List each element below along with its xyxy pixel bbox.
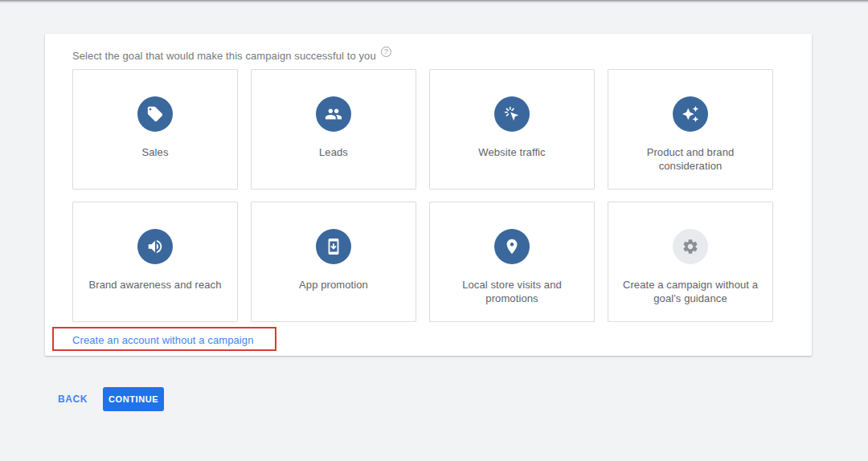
goal-tile-website-traffic[interactable]: Website traffic [429, 69, 595, 190]
tag-icon [137, 96, 173, 132]
goal-label: Product and brand consideration [608, 145, 772, 173]
goal-label: App promotion [286, 278, 381, 292]
speaker-icon [137, 229, 173, 264]
goal-tile-sales[interactable]: Sales [72, 69, 238, 190]
goal-label: Leads [306, 145, 361, 159]
footer-actions: BACK CONTINUE [50, 387, 164, 411]
people-icon [316, 96, 351, 132]
goal-label: Brand awareness and reach [76, 278, 234, 292]
goal-tile-app-promotion[interactable]: App promotion [251, 202, 416, 322]
window-top-edge [0, 0, 868, 3]
help-icon[interactable]: ? [381, 47, 391, 57]
account-link-row: Create an account without a campaign [72, 332, 253, 347]
goal-label: Create a campaign without a goal's guida… [608, 278, 772, 305]
goal-tile-local-store-visits[interactable]: Local store visits and promotions [429, 202, 595, 322]
create-account-without-campaign-link[interactable]: Create an account without a campaign [72, 334, 253, 346]
goal-selection-card: Select the goal that would make this cam… [45, 34, 812, 356]
instruction-text: Select the goal that would make this cam… [72, 50, 376, 62]
phone-download-icon [316, 229, 351, 264]
goal-label: Sales [129, 145, 181, 159]
continue-button[interactable]: CONTINUE [103, 387, 164, 411]
cursor-click-icon [494, 96, 530, 132]
goal-tile-brand-awareness[interactable]: Brand awareness and reach [72, 202, 238, 322]
goal-label: Website traffic [465, 145, 558, 159]
goal-tile-product-brand-consideration[interactable]: Product and brand consideration [608, 69, 773, 190]
instruction-row: Select the goal that would make this cam… [72, 50, 391, 62]
sparkles-icon [673, 96, 708, 132]
back-button[interactable]: BACK [50, 387, 96, 411]
gear-icon [673, 229, 708, 264]
goal-grid: Sales Leads W [72, 69, 773, 322]
goal-tile-no-goal-guidance[interactable]: Create a campaign without a goal's guida… [608, 202, 773, 322]
location-pin-icon [494, 229, 530, 264]
goal-tile-leads[interactable]: Leads [251, 69, 416, 190]
goal-label: Local store visits and promotions [430, 278, 594, 305]
